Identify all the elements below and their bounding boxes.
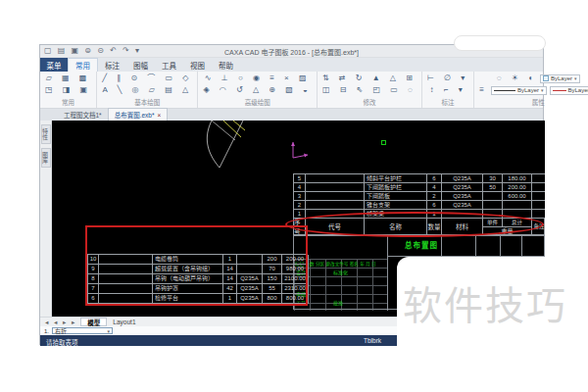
ucs-axis-icon (289, 136, 315, 162)
chevron-down-icon: ▾ (574, 75, 577, 81)
watermark-overlay: 软件技巧 (397, 257, 588, 351)
tab-gongju[interactable]: 工具 (155, 58, 183, 72)
linetype-icon[interactable]: ≡ (479, 84, 488, 96)
role-standard: 标准化 (333, 269, 348, 275)
ribbon: ▱ ▦ ▩ ◳ ◨ ▣ 常用 ╱ ∥ ⊙ ⌒ ▭ ◇ A ╲ ◎ ▱ ▤ △ 基… (40, 72, 543, 109)
color-bylayer-dropdown[interactable]: ByLayer ▾ (540, 74, 580, 83)
ribbon-icon-row[interactable]: ⊢ ∅ ▾ (427, 73, 468, 84)
tab-layout1[interactable]: Layout1 (107, 318, 141, 326)
ribbon-icon-row[interactable]: ∿ ⊥ ○ ◉ ≡ × ▨ (205, 73, 311, 84)
ribbon-group: ⊢ ∅ ▾ ↕ ⌐ ▾ 标注 (422, 72, 474, 108)
red-annotation-rectangle (85, 225, 308, 306)
green-marker (381, 140, 386, 145)
command-index: 1. (44, 328, 49, 334)
side-tab-properties[interactable]: 特性 (41, 124, 51, 144)
red-annotation-ellipse (285, 212, 544, 237)
doc-tab-1[interactable]: 工程图文档1* (58, 109, 108, 121)
menu-button[interactable]: 菜单 (40, 58, 68, 72)
ribbon-group-label: 常用 (62, 97, 74, 107)
role-approve: 批准 (333, 299, 343, 306)
document-tab-bar: 工程图文档1* 总布置图.exb*× (40, 109, 543, 121)
table-row[interactable]: 3 下闸踏板2 Q235A 600.00 (294, 192, 545, 201)
status-command-name: Tblbrk (364, 337, 381, 344)
popup-overlay (454, 35, 546, 51)
ribbon-group-label: 修改 (363, 97, 375, 107)
line-sample-icon (494, 90, 515, 91)
ribbon-group-properties: ◌ ☀ ◐ ByLayer ▾ ≡ ByLayer ▾ ByLayer ▾ (474, 72, 588, 108)
doc-tab-2-active[interactable]: 总布置图.exb*× (108, 108, 169, 121)
ribbon-group-label: 标注 (442, 97, 455, 107)
drawing-title: 总布置图 (392, 239, 451, 250)
ribbon-group: ∿ ⊥ ○ ◉ ≡ × ▨ ◈ ◠ ↺ △ ⊕ ▧ ◒ 高级绘图 (198, 72, 317, 108)
ribbon-group-label: 高级绘图 (245, 97, 270, 107)
tab-bangzhu[interactable]: 帮助 (212, 58, 240, 72)
red-line-sample-icon (553, 90, 566, 91)
command-option-dropdown[interactable]: 右折 ▾ (52, 327, 113, 334)
close-icon[interactable]: × (157, 112, 161, 119)
chevron-down-icon: ▾ (108, 328, 111, 334)
ribbon-icon-row[interactable]: ╱ ∥ ⊙ ⌒ ▭ ◇ (102, 73, 192, 84)
ribbon-icon-row[interactable]: ⇅ ⇄ ↻ ▲ △ ⊞ (322, 73, 416, 84)
tab-shitu[interactable]: 视图 (183, 58, 212, 72)
menu-bar: 菜单 常用 标注 图幅 工具 视图 帮助 (40, 58, 543, 72)
ribbon-icon-row[interactable]: ◫ ⊟ ⇖ ◰ ▭ ◌ (322, 84, 416, 96)
linetype-bylayer-dropdown[interactable]: ByLayer ▾ (491, 86, 547, 95)
table-row[interactable]: 5 倾斜平台护栏6 Q235A30 180.00 (294, 174, 545, 183)
ribbon-icon-row[interactable]: ▱ ▦ ▩ (46, 73, 91, 84)
tab-model[interactable]: 模型 (80, 318, 107, 326)
side-tab-library[interactable]: 图库 (41, 148, 51, 168)
chevron-down-icon: ▾ (541, 87, 544, 93)
ribbon-icon-row[interactable]: ◈ ◠ ↺ △ ⊕ ▧ ◒ (203, 84, 311, 96)
ribbon-icon-row[interactable]: ↕ ⌐ ▾ (430, 84, 466, 96)
ribbon-group: ╱ ∥ ⊙ ⌒ ▭ ◇ A ╲ ◎ ▱ ▤ △ 基本绘图 (97, 72, 198, 108)
ribbon-group: ⇅ ⇄ ↻ ▲ △ ⊞ ◫ ⊟ ⇖ ◰ ▭ ◌ 修改 (318, 72, 422, 108)
color-swatch-icon (543, 75, 549, 81)
ribbon-icon-row[interactable]: ◳ ◨ ▣ (45, 84, 91, 96)
layer-icons[interactable]: ◌ ☀ ◐ (497, 73, 537, 84)
sheet-nav-arrows[interactable]: ◄ ◄ ► ► (40, 319, 80, 325)
ribbon-group: ▱ ▦ ▩ ◳ ◨ ▣ 常用 (40, 72, 97, 108)
tab-changyong[interactable]: 常用 (68, 58, 98, 72)
ribbon-group-label: 属性 (532, 97, 545, 107)
tab-biaozhu[interactable]: 标注 (98, 58, 126, 72)
ribbon-icon-row[interactable]: A ╲ ◎ ▱ ▤ △ (102, 84, 192, 96)
ribbon-group-label: 基本绘图 (134, 97, 160, 107)
linewidth-bylayer-dropdown[interactable]: ByLayer ▾ (550, 86, 588, 95)
status-prompt: 请拾取表项 (46, 337, 78, 347)
side-panel-strip: 特性 图库 (40, 121, 52, 317)
tab-tufu[interactable]: 图幅 (126, 58, 155, 72)
watermark-text: 软件技巧 (403, 274, 567, 331)
table-row[interactable]: 2 锥台支架6 Q235A (294, 201, 545, 210)
table-row[interactable]: 4 下闸踏板护栏4 Q235A50 200.00 (294, 183, 545, 192)
